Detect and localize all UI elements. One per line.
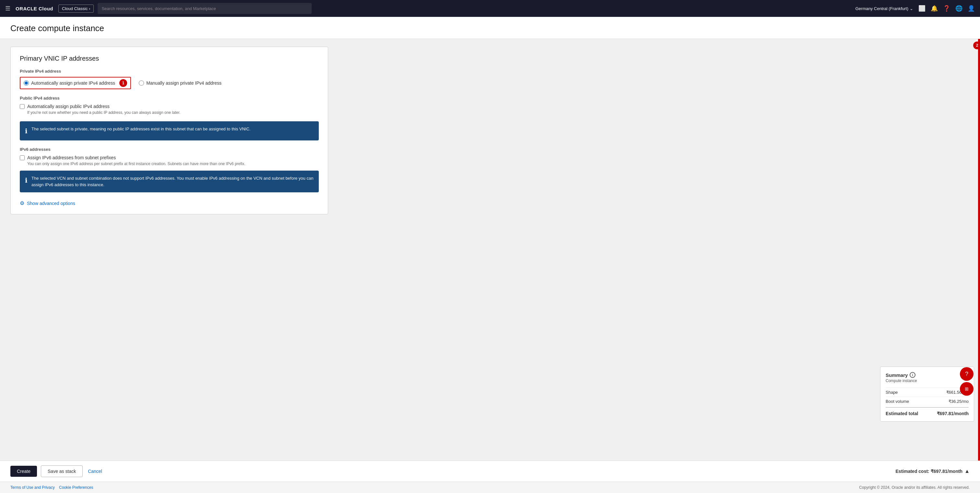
badge-1: 1 [119,79,127,87]
manually-assign-private-radio[interactable] [139,80,144,86]
assign-ipv6-option[interactable]: Assign IPv6 addresses from subnet prefix… [20,155,319,160]
summary-subtitle: Compute instance [886,378,969,383]
estimated-cost-label: Estimated cost: ₹697.81/month [896,469,963,474]
ipv6-helper-text: You can only assign one IPv6 address per… [27,162,319,166]
bottom-bar: Create Save as stack Cancel Estimated co… [0,461,980,482]
summary-boot-volume-row: Boot volume ₹36.25/mo [886,397,969,406]
public-ipv4-subsection: Public IPv4 address Automatically assign… [20,96,319,115]
page-wrapper: Create compute instance Primary VNIC IP … [0,17,980,493]
region-chevron-icon: ⌄ [910,6,913,11]
main-content: Primary VNIC IP addresses Private IPv4 a… [0,39,876,461]
terminal-icon[interactable]: ⬜ [918,5,926,12]
public-ipv4-helper-text: If you're not sure whether you need a pu… [27,110,319,115]
terms-link[interactable]: Terms of Use and Privacy [10,485,55,490]
summary-boot-volume-label: Boot volume [886,399,909,404]
auto-assign-public-label: Automatically assign public IPv4 address [27,104,110,109]
cookie-link[interactable]: Cookie Preferences [59,485,93,490]
summary-title: Summary [886,372,908,378]
nav-right: Germany Central (Frankfurt) ⌄ ⬜ 🔔 ❓ 🌐 👤 [856,5,975,12]
search-input[interactable] [98,3,312,14]
footer-links: Terms of Use and Privacy Cookie Preferen… [10,485,93,490]
summary-total-label: Estimated total [886,411,918,416]
auto-assign-public-checkbox[interactable] [20,104,25,109]
red-border-bar [978,39,980,461]
manually-assign-private-label: Manually assign private IPv4 address [146,80,221,86]
info-box-ipv6: ℹ The selected VCN and subnet combinatio… [20,170,319,192]
help-icon[interactable]: ❓ [943,5,950,12]
info-icon-1: ℹ [25,126,27,136]
auto-assign-private-option[interactable]: Automatically assign private IPv4 addres… [20,77,131,89]
assign-ipv6-label: Assign IPv6 addresses from subnet prefix… [27,155,116,160]
summary-shape-label: Shape [886,390,898,395]
help-overlay: ? ⊞ [960,367,974,396]
assign-ipv6-checkbox[interactable] [20,155,25,160]
advanced-options-link[interactable]: ⚙ Show advanced options [20,200,319,206]
help-grid-button[interactable]: ⊞ [960,382,974,396]
auto-assign-public-option[interactable]: Automatically assign public IPv4 address [20,104,319,109]
top-navigation: ☰ ORACLE Cloud Cloud Classic › Germany C… [0,0,980,17]
create-button[interactable]: Create [10,466,37,477]
ipv6-label: IPv6 addresses [20,147,319,152]
advanced-options-label: Show advanced options [27,201,75,206]
private-ipv4-label: Private IPv4 address [20,69,319,74]
badge-2: 2 [973,41,980,49]
private-ipv4-subsection: Private IPv4 address Automatically assig… [20,69,319,89]
help-chat-button[interactable]: ? [960,367,974,381]
info-box-2-text: The selected VCN and subnet combination … [32,175,313,188]
private-ipv4-radio-group: Automatically assign private IPv4 addres… [20,77,319,89]
info-box-private-subnet: ℹ The selected subnet is private, meanin… [20,121,319,140]
bell-icon[interactable]: 🔔 [931,5,938,12]
summary-total-value: ₹697.81/month [937,411,969,416]
cloud-classic-button[interactable]: Cloud Classic › [58,5,94,13]
advanced-options-icon: ⚙ [20,200,24,206]
footer-copyright: Copyright © 2024, Oracle and/or its affi… [859,485,970,490]
cancel-link[interactable]: Cancel [87,466,103,477]
ipv6-subsection: IPv6 addresses Assign IPv6 addresses fro… [20,147,319,166]
page-body: Primary VNIC IP addresses Private IPv4 a… [0,39,980,461]
public-ipv4-label: Public IPv4 address [20,96,319,100]
summary-shape-row: Shape ₹661.56/mo [886,388,969,397]
summary-info-icon[interactable]: i [910,372,915,378]
info-icon-2: ℹ [25,175,27,185]
summary-header: Summary i [886,372,969,378]
section-card: Primary VNIC IP addresses Private IPv4 a… [10,47,328,215]
oracle-logo: ORACLE Cloud [16,6,53,11]
estimated-cost-chevron-icon: ▲ [964,468,970,474]
page-title: Create compute instance [10,23,970,33]
info-box-1-text: The selected subnet is private, meaning … [32,126,250,132]
estimated-cost[interactable]: Estimated cost: ₹697.81/month ▲ [896,468,970,474]
footer: Terms of Use and Privacy Cookie Preferen… [0,482,980,493]
auto-assign-private-radio[interactable] [24,80,29,86]
manually-assign-private-option[interactable]: Manually assign private IPv4 address [139,80,221,86]
hamburger-icon[interactable]: ☰ [5,5,10,12]
save-as-stack-button[interactable]: Save as stack [41,466,83,477]
region-label: Germany Central (Frankfurt) [856,6,908,11]
globe-icon[interactable]: 🌐 [955,5,963,12]
auto-assign-private-label: Automatically assign private IPv4 addres… [31,80,115,86]
user-icon[interactable]: 👤 [968,5,975,12]
summary-boot-volume-value: ₹36.25/mo [948,399,969,404]
page-header: Create compute instance [0,17,980,39]
section-title: Primary VNIC IP addresses [20,55,319,62]
region-selector[interactable]: Germany Central (Frankfurt) ⌄ [856,6,913,11]
sidebar-area: 2 Summary i Compute instance Shape ₹661.… [876,39,980,461]
summary-total-row: Estimated total ₹697.81/month [886,407,969,416]
